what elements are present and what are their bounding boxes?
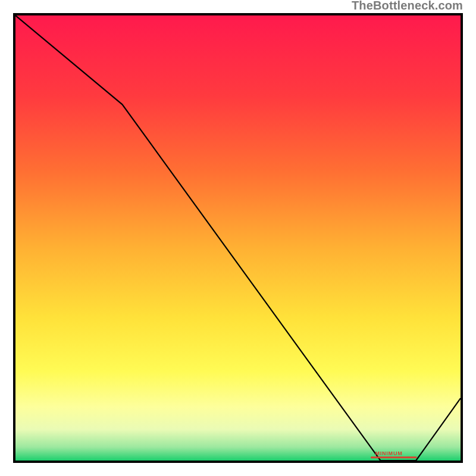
line-layer [15, 15, 461, 461]
bottleneck-curve [15, 15, 461, 461]
chart-root: TheBottleneck.com MINIMUM [0, 0, 476, 476]
plot-area: MINIMUM [13, 13, 463, 463]
minimum-label: MINIMUM [375, 450, 402, 456]
watermark-text: TheBottleneck.com [352, 0, 463, 12]
